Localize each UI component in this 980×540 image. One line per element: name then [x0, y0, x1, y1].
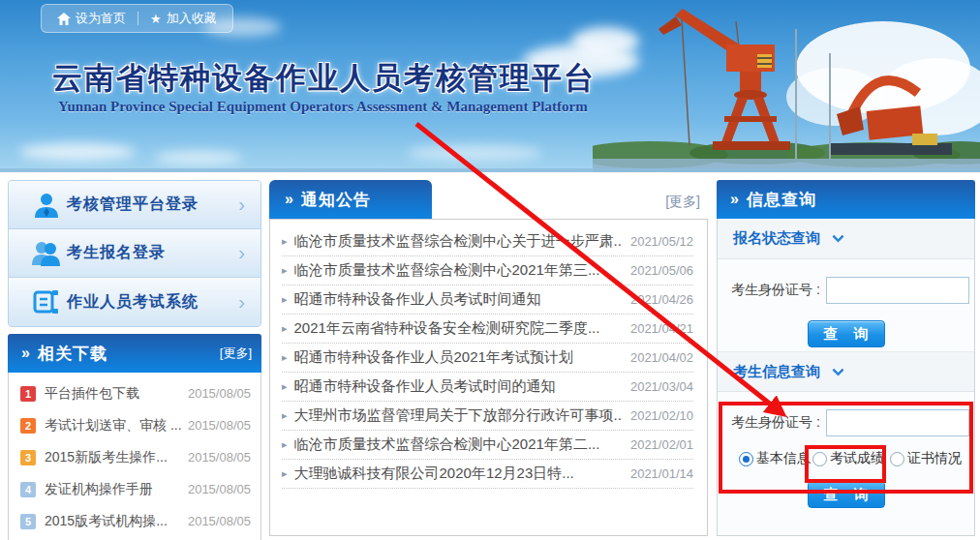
bullet-icon: ▸	[282, 264, 288, 277]
home-icon	[57, 13, 71, 25]
bullet-icon: ▸	[282, 380, 288, 393]
notices-panel: » 通知公告 [更多] ▸ 临沧市质量技术监督综合检测中心关于进一步严肃... …	[269, 180, 708, 536]
rank-badge: 5	[20, 514, 36, 529]
downloads-list: 1 平台插件包下载 2015/08/05 2 考试计划送审、审核 ... 201…	[8, 373, 261, 540]
candidate-id-input[interactable]	[826, 409, 969, 436]
radio-unselected-icon	[890, 452, 904, 466]
add-favorite-link[interactable]: ★ 加入收藏	[150, 10, 217, 27]
bullet-icon: ▸	[282, 293, 288, 306]
candidate-query-button-row: 查 询	[718, 467, 974, 508]
info-query-panel: » 信息查询 报名状态查询 考生身份证号 : 查 询 考生信息查询 考生身份证号…	[717, 180, 975, 536]
notice-item-title: 临沧市质量技术监督综合检测中心2021年第三...	[294, 261, 623, 280]
download-item[interactable]: 2 考试计划送审、审核 ... 2015/08/05	[9, 409, 260, 441]
radio-unselected-icon	[812, 452, 827, 466]
assessment-platform-login-label: 考核管理平台登录	[67, 195, 238, 215]
downloads-header: » 相关下载 [更多]	[8, 334, 261, 373]
radio-exam-results[interactable]: 考试成绩	[812, 450, 884, 467]
radio-exam-results-label: 考试成绩	[830, 450, 884, 467]
bullet-icon: ▸	[282, 409, 288, 422]
chevron-down-icon	[832, 364, 844, 376]
rank-badge: 3	[20, 450, 36, 465]
star-icon: ★	[150, 12, 162, 26]
double-chevron-icon: »	[21, 345, 30, 362]
downloads-title: 相关下载	[38, 343, 220, 365]
bullet-icon: ▸	[282, 351, 288, 364]
notice-item[interactable]: ▸ 昭通市特种设备作业人员考试时间通知 2021/04/26	[282, 285, 693, 315]
notice-item-date: 2021/05/12	[630, 234, 693, 249]
bullet-icon: ▸	[282, 235, 288, 248]
download-item-title: 考试计划送审、审核 ...	[45, 417, 182, 435]
double-chevron-icon: »	[730, 191, 739, 208]
notice-item-date: 2021/02/01	[630, 437, 693, 452]
chevron-down-icon	[832, 230, 844, 243]
candidate-info-section-header[interactable]: 考生信息查询	[718, 351, 974, 392]
notice-item-title: 大理州市场监督管理局关于下放部分行政许可事项...	[294, 406, 623, 425]
notice-item-date: 2021/04/21	[630, 321, 693, 336]
notice-item[interactable]: ▸ 大理州市场监督管理局关于下放部分行政许可事项... 2021/02/10	[282, 402, 693, 431]
download-item[interactable]: 5 2015版考试机构操... 2015/08/05	[9, 505, 260, 537]
notice-item-date: 2021/04/02	[630, 350, 693, 365]
info-query-header: » 信息查询	[717, 180, 975, 219]
registration-status-section-header[interactable]: 报名状态查询	[718, 219, 974, 259]
users-icon	[26, 240, 67, 267]
cloud	[407, 145, 542, 161]
operator-exam-system-button[interactable]: 作业人员考试系统 ›	[9, 278, 260, 326]
download-item[interactable]: 3 2015新版考生操作... 2015/08/05	[9, 441, 260, 473]
notice-item[interactable]: ▸ 临沧市质量技术监督综合检测中心关于进一步严肃... 2021/05/12	[282, 227, 693, 256]
notice-item[interactable]: ▸ 临沧市质量技术监督综合检测中心2021年第二... 2021/02/01	[282, 431, 693, 460]
radio-certificate-status[interactable]: 证书情况	[890, 450, 962, 467]
candidate-info-form: 考生身份证号 :	[718, 392, 974, 436]
reg-id-input[interactable]	[826, 277, 969, 304]
candidate-registration-login-label: 考生报名登录	[67, 243, 238, 263]
operator-exam-system-label: 作业人员考试系统	[67, 292, 238, 313]
candidate-registration-login-button[interactable]: 考生报名登录 ›	[9, 229, 260, 278]
assessment-platform-login-button[interactable]: 考核管理平台登录 ›	[9, 181, 260, 229]
download-item-date: 2015/08/05	[188, 450, 251, 465]
downloads-panel: » 相关下载 [更多] 1 平台插件包下载 2015/08/05 2 考试计划送…	[8, 334, 261, 540]
notice-item-title: 临沧市质量技术监督综合检测中心2021年第二...	[294, 435, 623, 454]
notice-item[interactable]: ▸ 临沧市质量技术监督综合检测中心2021年第三... 2021/05/06	[282, 256, 693, 285]
set-homepage-link[interactable]: 设为首页	[57, 10, 126, 27]
notices-more-link[interactable]: [更多]	[665, 194, 700, 211]
download-item-title: 2015新版考生操作...	[45, 449, 182, 466]
query-type-radio-group: 基本信息 考试成绩 证书情况	[718, 436, 974, 467]
rank-badge: 2	[20, 418, 36, 434]
rank-badge: 4	[20, 482, 36, 497]
notices-tab[interactable]: » 通知公告	[269, 180, 432, 219]
radio-basic-info[interactable]: 基本信息	[739, 450, 811, 467]
reg-query-button[interactable]: 查 询	[808, 320, 885, 347]
notice-item-title: 昭通市特种设备作业人员考试时间通知	[294, 290, 623, 309]
notices-header: » 通知公告 [更多]	[269, 180, 708, 219]
downloads-more-link[interactable]: [更多]	[220, 345, 252, 362]
chevron-right-icon: ›	[238, 242, 251, 264]
radio-certificate-status-label: 证书情况	[907, 450, 962, 467]
registration-status-heading: 报名状态查询	[733, 229, 820, 248]
download-item-title: 平台插件包下载	[45, 385, 182, 403]
download-item[interactable]: 4 发证机构操作手册 2015/08/05	[9, 473, 260, 505]
harbor-crane-image	[593, 0, 980, 172]
download-item-title: 2015版考试机构操...	[45, 513, 182, 530]
add-favorite-label: 加入收藏	[167, 10, 217, 27]
reg-query-button-row: 查 询	[718, 304, 974, 347]
user-icon	[26, 192, 67, 219]
notice-item-date: 2021/02/10	[630, 408, 693, 423]
cloud	[155, 151, 242, 165]
radio-basic-info-label: 基本信息	[756, 450, 811, 467]
notice-item[interactable]: ▸ 2021年云南省特种设备安全检测研究院二季度... 2021/04/21	[282, 315, 693, 344]
notice-item[interactable]: ▸ 大理驰诚科技有限公司2020年12月23日特... 2021/01/14	[282, 460, 693, 489]
info-query-body: 报名状态查询 考生身份证号 : 查 询 考生信息查询 考生身份证号 :	[717, 219, 975, 536]
notice-item[interactable]: ▸ 昭通市特种设备作业人员考试时间的通知 2021/03/04	[282, 373, 693, 402]
notice-item[interactable]: ▸ 昭通市特种设备作业人员2021年考试预计划 2021/04/02	[282, 344, 693, 373]
login-menu: 考核管理平台登录 › 考生报名登录 ›	[8, 180, 261, 327]
exam-system-icon	[26, 288, 67, 315]
site-title: 云南省特种设备作业人员考核管理平台	[52, 58, 596, 99]
download-item[interactable]: 1 平台插件包下载 2015/08/05	[9, 377, 260, 409]
cloud	[19, 143, 136, 161]
notice-item-title: 临沧市质量技术监督综合检测中心关于进一步严肃...	[294, 232, 623, 251]
download-item-date: 2015/08/05	[188, 386, 251, 401]
notice-item-title: 昭通市特种设备作业人员2021年考试预计划	[294, 348, 623, 367]
candidate-query-button[interactable]: 查 询	[808, 481, 885, 508]
notice-item-date: 2021/03/04	[630, 379, 693, 394]
notice-item-date: 2021/05/06	[630, 263, 693, 278]
banner: 设为首页 ★ 加入收藏 云南省特种设备作业人员考核管理平台 Yunnan Pro…	[0, 0, 980, 172]
